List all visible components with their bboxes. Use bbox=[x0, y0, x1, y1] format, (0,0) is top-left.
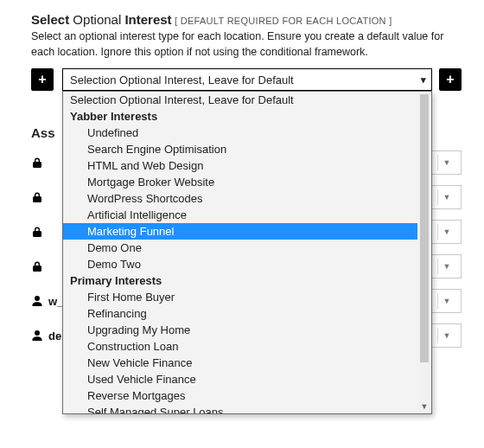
dropdown-option[interactable]: Construction Loan bbox=[63, 338, 417, 355]
dropdown-option[interactable]: New Vehicle Finance bbox=[63, 355, 417, 371]
dropdown-option[interactable]: Search Engine Optimisation bbox=[63, 141, 417, 157]
select-divider bbox=[437, 224, 438, 240]
add-left-button[interactable]: + bbox=[31, 68, 54, 91]
lock-icon bbox=[31, 226, 48, 238]
section-heading: Select Optional Interest [ DEFAULT REQUI… bbox=[31, 12, 462, 27]
lock-icon bbox=[31, 157, 48, 169]
dropdown-option[interactable]: Undefined bbox=[63, 125, 417, 141]
chevron-down-icon: ▾ bbox=[421, 74, 426, 86]
dropdown-option[interactable]: Reverse Mortgages bbox=[63, 387, 417, 404]
lock-icon bbox=[31, 260, 48, 272]
dropdown-option[interactable]: HTML and Web Design bbox=[63, 157, 417, 174]
select-divider bbox=[437, 155, 438, 170]
interest-select-value: Selection Optional Interest, Leave for D… bbox=[70, 74, 294, 86]
interest-select-wrap: Selection Optional Interest, Leave for D… bbox=[62, 68, 432, 91]
dropdown-option[interactable]: First Home Buyer bbox=[63, 289, 417, 305]
interest-select[interactable]: Selection Optional Interest, Leave for D… bbox=[62, 68, 432, 91]
scroll-down-icon[interactable]: ▼ bbox=[418, 400, 430, 413]
section-description: Select an optional interest type for eac… bbox=[31, 29, 462, 60]
dropdown-option-default[interactable]: Selection Optional Interest, Leave for D… bbox=[63, 92, 417, 108]
lock-icon bbox=[31, 191, 48, 203]
dropdown-group-label: Primary Interests bbox=[63, 272, 417, 289]
caret-down-icon: ▼ bbox=[440, 158, 454, 167]
heading-bold-1: Select bbox=[31, 12, 69, 27]
add-right-button[interactable]: + bbox=[439, 68, 462, 91]
select-divider bbox=[437, 328, 438, 343]
dropdown-group-label: Yabber Interests bbox=[63, 108, 417, 125]
interest-dropdown[interactable]: Selection Optional Interest, Leave for D… bbox=[62, 91, 432, 414]
caret-down-icon: ▼ bbox=[440, 193, 454, 202]
person-icon bbox=[31, 330, 48, 342]
interest-select-row: + Selection Optional Interest, Leave for… bbox=[31, 68, 462, 91]
person-icon bbox=[31, 295, 48, 307]
caret-down-icon: ▼ bbox=[440, 227, 454, 236]
heading-bold-2: Interest bbox=[124, 12, 171, 27]
caret-down-icon: ▼ bbox=[440, 262, 454, 271]
heading-normal: Optional bbox=[69, 12, 124, 27]
dropdown-option[interactable]: Artificial Intelligence bbox=[63, 207, 417, 223]
heading-hint: [ DEFAULT REQUIRED FOR EACH LOCATION ] bbox=[172, 16, 392, 26]
dropdown-option[interactable]: Refinancing bbox=[63, 305, 417, 322]
select-divider bbox=[437, 293, 438, 309]
select-divider bbox=[437, 259, 438, 274]
dropdown-option[interactable]: WordPress Shortcodes bbox=[63, 190, 417, 207]
dropdown-option[interactable]: Upgrading My Home bbox=[63, 322, 417, 338]
scrollbar-thumb[interactable] bbox=[420, 94, 429, 362]
dropdown-option[interactable]: Demo Two bbox=[63, 256, 417, 272]
dropdown-option[interactable]: Demo One bbox=[63, 240, 417, 256]
caret-down-icon: ▼ bbox=[440, 297, 454, 305]
dropdown-option[interactable]: Used Vehicle Finance bbox=[63, 371, 417, 387]
dropdown-scrollbar[interactable]: ▼ bbox=[418, 93, 430, 413]
dropdown-option[interactable]: Marketing Funnel bbox=[63, 223, 417, 240]
select-divider bbox=[437, 189, 438, 205]
dropdown-option[interactable]: Self Managed Super Loans bbox=[63, 404, 417, 413]
dropdown-option[interactable]: Mortgage Broker Website bbox=[63, 174, 417, 190]
caret-down-icon: ▼ bbox=[440, 331, 454, 340]
